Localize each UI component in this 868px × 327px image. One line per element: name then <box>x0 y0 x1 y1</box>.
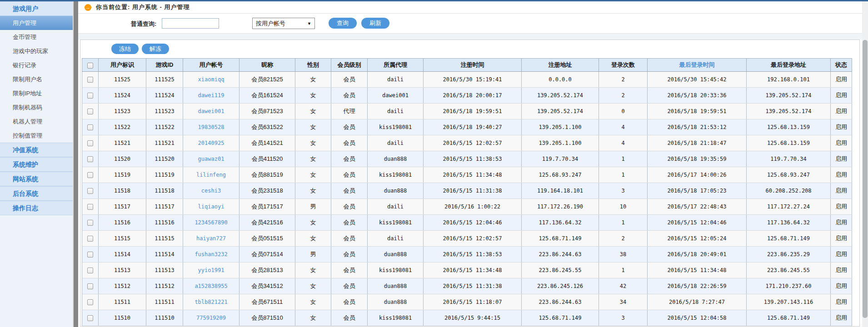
sidebar-item-14[interactable]: 操作日志 <box>0 201 73 215</box>
row-checkbox[interactable] <box>87 156 93 162</box>
account-link[interactable]: 20140925 <box>198 140 224 146</box>
row-checkbox[interactable] <box>87 299 93 305</box>
sidebar-item-1[interactable]: 用户管理 <box>0 16 73 30</box>
sidebar-item-3[interactable]: 游戏中的玩家 <box>0 44 73 58</box>
account-link[interactable]: 775919209 <box>196 315 226 321</box>
row-checkbox[interactable] <box>87 140 93 146</box>
row-checkbox[interactable] <box>87 188 93 194</box>
col-header-register_time[interactable]: 注册时间 <box>424 59 522 72</box>
account-link[interactable]: 19830528 <box>198 124 224 130</box>
row-checkbox[interactable] <box>87 109 93 114</box>
col-header-status[interactable]: 状态 <box>831 59 852 72</box>
row-checkbox[interactable] <box>87 77 93 83</box>
unfreeze-button[interactable]: 解冻 <box>142 44 169 54</box>
query-button[interactable]: 查询 <box>329 18 357 29</box>
sidebar-splitter[interactable] <box>73 0 78 327</box>
col-header-last_login_address[interactable]: 最后登录地址 <box>747 59 831 72</box>
sidebar-item-2[interactable]: 金币管理 <box>0 30 73 44</box>
row-checkbox[interactable] <box>87 93 93 99</box>
col-header-gender[interactable]: 性别 <box>295 59 331 72</box>
search-type-select[interactable]: 按用户帐号 ▼ <box>252 18 315 29</box>
sidebar-item-12[interactable]: 网站系统 <box>0 172 73 186</box>
account-link[interactable]: dawei119 <box>198 92 224 99</box>
cell-game_id: 111519 <box>146 167 183 183</box>
cell-nickname: 会员171517 <box>239 199 295 215</box>
sidebar-item-8[interactable]: 机器人管理 <box>0 114 73 129</box>
cell-register_time: 2016/5/15 12:04:46 <box>424 215 522 231</box>
col-header-agent[interactable]: 所属代理 <box>368 59 424 72</box>
row-checkbox[interactable] <box>87 315 93 321</box>
sidebar-item-9[interactable]: 控制值管理 <box>0 129 73 143</box>
cell-account: 19830528 <box>183 119 239 135</box>
account-link[interactable]: a152838955 <box>195 283 227 289</box>
account-link[interactable]: dawei001 <box>198 108 224 114</box>
row-checkbox[interactable] <box>87 283 93 289</box>
cell-login_count: 1 <box>599 263 648 278</box>
sidebar-item-0[interactable]: 游戏用户 <box>0 1 73 16</box>
col-header-member_level[interactable]: 会员级别 <box>331 59 368 72</box>
refresh-button[interactable]: 刷新 <box>361 18 389 29</box>
account-link[interactable]: fushan3232 <box>195 251 227 258</box>
cell-agent: kiss198081 <box>368 263 424 278</box>
cell-register_time: 2016/5/15 11:38:53 <box>424 247 522 263</box>
cell-account: tblb821221 <box>183 294 239 310</box>
sidebar-item-13[interactable]: 后台系统 <box>0 186 73 201</box>
account-link[interactable]: ceshi3 <box>201 188 221 194</box>
col-header-user_id[interactable]: 用户标识 <box>99 59 146 72</box>
account-link[interactable]: yyio1991 <box>198 267 224 273</box>
cell-gender: 女 <box>295 167 331 183</box>
sidebar-item-7[interactable]: 限制机器码 <box>0 100 73 114</box>
cell-register_address: 125.68.71.149 <box>522 310 599 326</box>
col-header-last_login_time[interactable]: 最后登录时间 <box>648 59 747 72</box>
cell-agent: duan888 <box>368 278 424 294</box>
col-header-register_address[interactable]: 注册地址 <box>522 59 599 72</box>
search-input[interactable] <box>162 18 219 29</box>
freeze-button[interactable]: 冻结 <box>111 44 139 54</box>
col-header-account[interactable]: 用户帐号 <box>183 59 239 72</box>
row-checkbox[interactable] <box>87 236 93 242</box>
table-row: 11523111523dawei001会员871523女代理daili2016/… <box>82 104 852 119</box>
row-checkbox[interactable] <box>87 252 93 258</box>
cell-status: 启用 <box>831 231 852 247</box>
account-link[interactable]: haiyan727 <box>196 235 226 242</box>
account-link[interactable]: lilinfeng <box>196 172 226 178</box>
cell-account: haiyan727 <box>183 231 239 247</box>
account-link[interactable]: guawaz01 <box>198 156 224 162</box>
row-checkbox[interactable] <box>87 204 93 210</box>
cell-last_login_address: 139.205.52.174 <box>747 104 831 119</box>
cell-status: 启用 <box>831 278 852 294</box>
col-header-nickname[interactable]: 昵称 <box>239 59 295 72</box>
select-all-header[interactable] <box>82 59 99 72</box>
search-label: 普通查询: <box>131 20 156 28</box>
cell-agent: daili <box>368 135 424 151</box>
sidebar-item-11[interactable]: 系统维护 <box>0 157 73 172</box>
account-link[interactable]: liqiaoyi <box>198 203 224 210</box>
vertical-scrollbar[interactable] <box>862 0 868 327</box>
cell-game_id: 111511 <box>146 294 183 310</box>
select-all-checkbox[interactable] <box>87 63 93 69</box>
row-checkbox[interactable] <box>87 220 93 226</box>
sidebar-item-4[interactable]: 银行记录 <box>0 58 73 72</box>
col-header-login_count[interactable]: 登录次数 <box>599 59 648 72</box>
row-checkbox[interactable] <box>87 124 93 130</box>
row-checkbox-cell <box>82 263 99 278</box>
cell-nickname: 会员421516 <box>239 215 295 231</box>
sidebar-item-5[interactable]: 限制用户名 <box>0 72 73 86</box>
row-checkbox[interactable] <box>87 268 93 273</box>
sidebar-item-6[interactable]: 限制IP地址 <box>0 86 73 100</box>
account-link[interactable]: xiaomiqq <box>198 76 224 83</box>
cell-game_id: 111523 <box>146 104 183 119</box>
row-checkbox[interactable] <box>87 172 93 178</box>
table-row: 1152111152120140925会员141521女会员daili2016/… <box>82 135 852 151</box>
account-link[interactable]: 1234567890 <box>195 219 227 226</box>
row-checkbox-cell <box>82 294 99 310</box>
sidebar-item-10[interactable]: 冲值系统 <box>0 143 73 157</box>
cell-gender: 女 <box>295 104 331 119</box>
cell-user_id: 11524 <box>99 88 146 104</box>
cell-member_level: 会员 <box>331 278 368 294</box>
cell-register_time: 2016/5/15 12:02:57 <box>424 231 522 247</box>
scrollbar-thumb[interactable] <box>863 40 868 318</box>
cell-agent: duan888 <box>368 151 424 167</box>
col-header-game_id[interactable]: 游戏ID <box>146 59 183 72</box>
account-link[interactable]: tblb821221 <box>195 299 227 305</box>
